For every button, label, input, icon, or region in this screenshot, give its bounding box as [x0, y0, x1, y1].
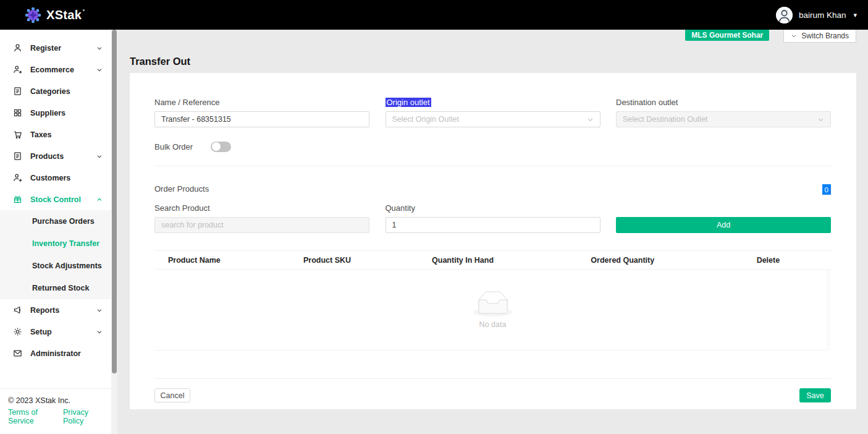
destination-outlet-label: Destination outlet [616, 98, 831, 108]
name-reference-input[interactable] [154, 111, 369, 127]
gift-icon [12, 195, 22, 205]
switch-brands-label: Switch Brands [801, 32, 849, 40]
sidebar-subitem-inventory-transfer[interactable]: Inventory Transfer [0, 232, 111, 255]
sidebar-item-label: Suppliers [30, 109, 103, 117]
add-button[interactable]: Add [616, 217, 831, 233]
user-name: bairum Khan [799, 11, 846, 20]
name-reference-label: Name / Reference [154, 98, 369, 108]
sidebar-item-label: Customers [30, 174, 103, 182]
transfer-form-card: Name / Reference Origin outlet Select Or… [130, 73, 856, 409]
sidebar-subitem-label: Stock Adjustments [32, 262, 102, 270]
brand-name: XStak [46, 8, 82, 22]
sidebar-item-label: Ecommerce [30, 66, 88, 74]
chevron-down-icon [587, 116, 594, 123]
bulk-order-label: Bulk Order [154, 142, 193, 151]
chevron-down-icon [817, 116, 824, 123]
table-scrollbar-track[interactable] [826, 270, 831, 351]
sidebar-item-suppliers[interactable]: Suppliers [0, 102, 111, 124]
destination-outlet-placeholder: Select Destination Outlet [623, 115, 708, 124]
destination-outlet-select[interactable]: Select Destination Outlet [616, 111, 831, 127]
chevron-down-icon [96, 45, 103, 51]
stock-control-submenu: Purchase Orders Inventory Transfer Stock… [0, 210, 111, 299]
privacy-policy-link[interactable]: Privacy Policy [63, 408, 104, 425]
table-empty-state: No data [154, 270, 831, 351]
sidebar-item-label: Reports [30, 306, 88, 315]
sidebar-item-register[interactable]: Register [0, 37, 111, 59]
user-icon [12, 43, 22, 53]
sidebar-scrollbar-thumb[interactable] [112, 30, 117, 373]
order-products-label: Order Products [154, 184, 209, 194]
origin-outlet-select[interactable]: Select Origin Outlet [386, 111, 600, 127]
terms-of-service-link[interactable]: Terms of Service [8, 408, 57, 425]
column-header-delete: Delete [743, 256, 831, 265]
sidebar-item-products[interactable]: Products [0, 145, 111, 167]
gear-icon [12, 327, 22, 337]
list-icon [12, 87, 22, 96]
section-divider [154, 166, 831, 166]
empty-box-icon [473, 291, 513, 317]
chevron-down-icon [96, 153, 103, 160]
sidebar-nav: Register Ecommerce Categories Suppliers [0, 30, 111, 388]
cancel-button[interactable]: Cancel [154, 388, 190, 402]
sidebar-subitem-label: Inventory Transfer [32, 239, 99, 248]
page-title: Transfer Out [130, 56, 868, 67]
sidebar-item-label: Categories [30, 87, 103, 96]
footer-divider [154, 378, 831, 379]
sidebar-item-label: Products [30, 152, 88, 161]
bulk-order-toggle[interactable] [211, 142, 231, 152]
sidebar-subitem-stock-adjustments[interactable]: Stock Adjustments [0, 255, 111, 277]
sidebar-item-setup[interactable]: Setup [0, 321, 111, 343]
save-button[interactable]: Save [799, 388, 831, 402]
grid-icon [12, 108, 22, 118]
sidebar-scrollbar[interactable] [111, 30, 117, 434]
sidebar-item-categories[interactable]: Categories [0, 80, 111, 102]
list-icon [12, 151, 22, 161]
order-products-table: Product Name Product SKU Quantity In Han… [154, 250, 831, 351]
user-cart-icon [12, 173, 22, 183]
order-products-count-badge: 0 [822, 184, 831, 195]
quantity-label: Quantity [386, 203, 600, 213]
search-product-label: Search Product [154, 203, 369, 213]
sidebar-item-customers[interactable]: Customers [0, 167, 111, 189]
user-menu[interactable]: bairum Khan ▾ [776, 7, 857, 23]
cart-icon [12, 130, 22, 140]
trademark-mark [83, 9, 85, 11]
user-cart-icon [12, 65, 22, 75]
switch-brands-button[interactable]: Switch Brands [783, 29, 856, 43]
chevron-down-icon [791, 33, 797, 39]
column-header-product-name: Product Name [154, 256, 290, 265]
sidebar-subitem-label: Returned Stock [32, 284, 89, 292]
brand-logo[interactable]: XStak [25, 7, 88, 23]
toggle-knob [212, 142, 221, 151]
sidebar-subitem-purchase-orders[interactable]: Purchase Orders [0, 210, 111, 232]
chevron-down-icon [96, 67, 103, 73]
sidebar-item-label: Stock Control [30, 195, 88, 204]
chevron-down-icon [96, 329, 103, 335]
search-product-input[interactable] [154, 217, 369, 233]
brand-row: MLS Gourmet Sohar Switch Brands [117, 29, 868, 43]
xstak-logo-icon [25, 7, 41, 23]
megaphone-icon [12, 305, 22, 315]
origin-outlet-placeholder: Select Origin Outlet [392, 115, 459, 124]
sidebar-item-administrator[interactable]: Administrator [0, 343, 111, 364]
top-navbar: XStak bairum Khan ▾ [0, 0, 868, 30]
sidebar-item-label: Administrator [30, 349, 103, 358]
sidebar-subitem-label: Purchase Orders [32, 217, 95, 226]
no-data-text: No data [479, 320, 507, 329]
sidebar-item-taxes[interactable]: Taxes [0, 124, 111, 145]
active-brand-badge: MLS Gourmet Sohar [685, 29, 769, 41]
sidebar-item-stock-control[interactable]: Stock Control [0, 189, 111, 210]
chevron-down-icon: ▾ [853, 11, 857, 19]
column-header-quantity-in-hand: Quantity In Hand [418, 256, 577, 265]
sidebar-subitem-returned-stock[interactable]: Returned Stock [0, 277, 111, 299]
table-header-row: Product Name Product SKU Quantity In Han… [154, 251, 831, 270]
mail-icon [12, 349, 22, 359]
sidebar-item-ecommerce[interactable]: Ecommerce [0, 59, 111, 80]
chevron-down-icon [96, 307, 103, 313]
quantity-input[interactable] [386, 217, 600, 233]
user-avatar-icon [776, 7, 793, 23]
copyright-text: © 2023 XStak Inc. [8, 396, 104, 405]
main-content: MLS Gourmet Sohar Switch Brands Transfer… [117, 30, 868, 434]
sidebar-item-label: Setup [30, 328, 88, 336]
sidebar-item-reports[interactable]: Reports [0, 299, 111, 321]
